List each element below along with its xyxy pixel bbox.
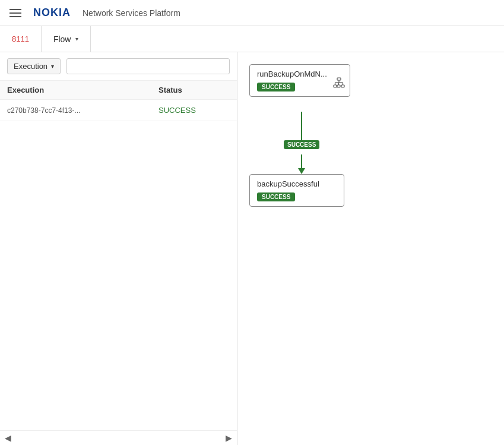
flow-node-run-backup-title: runBackupOnMdN... xyxy=(257,70,343,78)
app-header: NOKIA Network Services Platform xyxy=(0,0,504,26)
cell-status: SUCCESS xyxy=(159,106,230,115)
svg-rect-3 xyxy=(337,78,341,80)
tab-flow-label: Flow xyxy=(53,34,71,44)
table-row[interactable]: c270b738-7cc7-4f13-... SUCCESS xyxy=(0,100,237,121)
network-icon xyxy=(333,77,345,91)
column-execution-header: Execution xyxy=(7,86,159,94)
tab-bar: 8111 Flow ▾ xyxy=(0,26,504,52)
table-header: Execution Status xyxy=(0,81,237,100)
svg-marker-2 xyxy=(298,168,305,174)
app-title: Network Services Platform xyxy=(83,8,180,18)
flow-node-backup-successful-badge: SUCCESS xyxy=(257,192,295,201)
cell-execution: c270b738-7cc7-4f13-... xyxy=(7,106,159,115)
flow-node-run-backup[interactable]: runBackupOnMdN... SUCCESS xyxy=(249,64,350,97)
column-status-header: Status xyxy=(159,86,230,94)
main-layout: Execution ▾ Execution Status c270b738-7c… xyxy=(0,52,504,445)
scroll-right-button[interactable]: ▶ xyxy=(226,433,232,443)
tab-flow[interactable]: Flow ▾ xyxy=(42,26,91,52)
flow-node-run-backup-badge: SUCCESS xyxy=(257,83,295,91)
dropdown-arrow-icon: ▾ xyxy=(51,63,54,70)
execution-dropdown-label: Execution xyxy=(14,62,47,71)
svg-rect-5 xyxy=(337,85,340,87)
flow-node-backup-successful-title: backupSuccessful xyxy=(257,179,337,188)
tab-8111[interactable]: 8111 xyxy=(0,26,42,52)
chevron-down-icon: ▾ xyxy=(75,36,78,42)
connector-success-label: SUCCESS xyxy=(284,140,319,149)
scroll-left-button[interactable]: ◀ xyxy=(5,433,11,443)
search-input[interactable] xyxy=(66,58,230,74)
hamburger-menu-button[interactable] xyxy=(9,9,21,17)
left-panel: Execution ▾ Execution Status c270b738-7c… xyxy=(0,52,237,445)
flow-connector-svg xyxy=(237,52,504,445)
execution-dropdown[interactable]: Execution ▾ xyxy=(7,58,61,74)
flow-node-backup-successful[interactable]: backupSuccessful SUCCESS xyxy=(249,174,344,207)
svg-rect-6 xyxy=(341,85,344,87)
scroll-arrows: ◀ ▶ xyxy=(0,430,237,445)
nokia-logo: NOKIA xyxy=(33,7,71,19)
flow-canvas-panel: runBackupOnMdN... SUCCESS SUCCESS xyxy=(237,52,504,445)
svg-rect-4 xyxy=(334,85,337,87)
filter-bar: Execution ▾ xyxy=(0,52,237,81)
